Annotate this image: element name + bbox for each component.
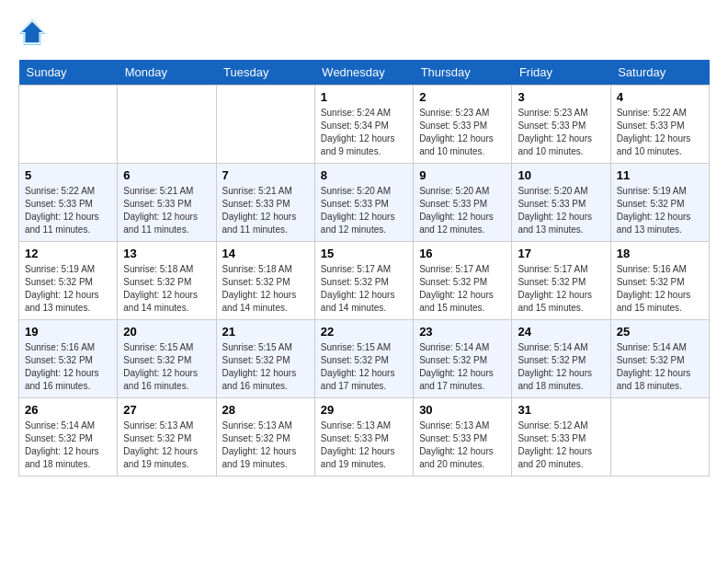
day-of-week-header: Friday: [512, 60, 610, 86]
calendar-cell: 3Sunrise: 5:23 AM Sunset: 5:33 PM Daylig…: [512, 86, 610, 164]
calendar-cell: 17Sunrise: 5:17 AM Sunset: 5:32 PM Dayli…: [512, 242, 610, 320]
day-number: 26: [25, 403, 111, 417]
day-number: 17: [518, 247, 604, 260]
day-info: Sunrise: 5:13 AM Sunset: 5:33 PM Dayligh…: [321, 419, 407, 471]
calendar-cell: 9Sunrise: 5:20 AM Sunset: 5:33 PM Daylig…: [414, 164, 512, 242]
day-info: Sunrise: 5:17 AM Sunset: 5:32 PM Dayligh…: [419, 263, 506, 315]
day-info: Sunrise: 5:21 AM Sunset: 5:33 PM Dayligh…: [222, 185, 309, 236]
calendar-header-row: SundayMondayTuesdayWednesdayThursdayFrid…: [19, 60, 710, 86]
calendar-cell: 22Sunrise: 5:15 AM Sunset: 5:32 PM Dayli…: [314, 320, 413, 398]
day-info: Sunrise: 5:13 AM Sunset: 5:33 PM Dayligh…: [419, 419, 506, 471]
day-number: 25: [617, 325, 703, 339]
day-info: Sunrise: 5:20 AM Sunset: 5:33 PM Dayligh…: [321, 185, 407, 236]
day-number: 19: [25, 325, 111, 339]
calendar-cell: 26Sunrise: 5:14 AM Sunset: 5:32 PM Dayli…: [19, 398, 118, 477]
day-info: Sunrise: 5:18 AM Sunset: 5:32 PM Dayligh…: [222, 263, 309, 315]
calendar-cell: 11Sunrise: 5:19 AM Sunset: 5:32 PM Dayli…: [610, 164, 709, 242]
day-number: 20: [123, 325, 210, 339]
calendar-cell: 4Sunrise: 5:22 AM Sunset: 5:33 PM Daylig…: [610, 86, 709, 164]
calendar-cell: 29Sunrise: 5:13 AM Sunset: 5:33 PM Dayli…: [314, 398, 413, 477]
calendar-cell: 18Sunrise: 5:16 AM Sunset: 5:32 PM Dayli…: [610, 242, 709, 320]
day-info: Sunrise: 5:21 AM Sunset: 5:33 PM Dayligh…: [123, 185, 210, 236]
calendar-cell: 2Sunrise: 5:23 AM Sunset: 5:33 PM Daylig…: [414, 86, 512, 164]
day-info: Sunrise: 5:19 AM Sunset: 5:32 PM Dayligh…: [25, 263, 111, 315]
day-info: Sunrise: 5:24 AM Sunset: 5:34 PM Dayligh…: [321, 107, 407, 158]
day-number: 24: [518, 325, 604, 339]
day-number: 7: [222, 168, 309, 182]
calendar-cell: 6Sunrise: 5:21 AM Sunset: 5:33 PM Daylig…: [118, 164, 216, 242]
day-number: 4: [617, 90, 703, 104]
calendar-week-row: 12Sunrise: 5:19 AM Sunset: 5:32 PM Dayli…: [19, 242, 710, 320]
calendar-cell: 27Sunrise: 5:13 AM Sunset: 5:32 PM Dayli…: [118, 398, 216, 477]
calendar-cell: [216, 86, 314, 164]
day-of-week-header: Thursday: [414, 60, 512, 86]
calendar-cell: 20Sunrise: 5:15 AM Sunset: 5:32 PM Dayli…: [118, 320, 216, 398]
day-number: 22: [321, 325, 407, 339]
day-number: 18: [617, 247, 703, 260]
day-number: 6: [123, 168, 210, 182]
logo: [18, 18, 50, 46]
calendar-week-row: 26Sunrise: 5:14 AM Sunset: 5:32 PM Dayli…: [19, 398, 710, 477]
day-number: 15: [321, 247, 407, 260]
day-number: 9: [419, 168, 506, 182]
day-of-week-header: Sunday: [19, 60, 118, 86]
day-info: Sunrise: 5:13 AM Sunset: 5:32 PM Dayligh…: [123, 419, 210, 471]
day-of-week-header: Tuesday: [216, 60, 314, 86]
calendar-cell: 12Sunrise: 5:19 AM Sunset: 5:32 PM Dayli…: [19, 242, 118, 320]
day-info: Sunrise: 5:16 AM Sunset: 5:32 PM Dayligh…: [25, 341, 111, 393]
calendar-cell: 16Sunrise: 5:17 AM Sunset: 5:32 PM Dayli…: [414, 242, 512, 320]
day-number: 27: [123, 403, 210, 417]
day-number: 11: [617, 168, 703, 182]
day-number: 14: [222, 247, 309, 260]
day-number: 8: [321, 168, 407, 182]
calendar-cell: 19Sunrise: 5:16 AM Sunset: 5:32 PM Dayli…: [19, 320, 118, 398]
page-header: [18, 18, 710, 46]
day-number: 2: [419, 90, 506, 104]
calendar-cell: 24Sunrise: 5:14 AM Sunset: 5:32 PM Dayli…: [512, 320, 610, 398]
svg-marker-0: [22, 22, 43, 43]
day-number: 21: [222, 325, 309, 339]
calendar-cell: 30Sunrise: 5:13 AM Sunset: 5:33 PM Dayli…: [414, 398, 512, 477]
calendar-cell: 21Sunrise: 5:15 AM Sunset: 5:32 PM Dayli…: [216, 320, 314, 398]
calendar-cell: [610, 398, 709, 477]
calendar-cell: 5Sunrise: 5:22 AM Sunset: 5:33 PM Daylig…: [19, 164, 118, 242]
calendar-cell: 14Sunrise: 5:18 AM Sunset: 5:32 PM Dayli…: [216, 242, 314, 320]
day-info: Sunrise: 5:23 AM Sunset: 5:33 PM Dayligh…: [518, 107, 604, 158]
day-number: 10: [518, 168, 604, 182]
day-info: Sunrise: 5:20 AM Sunset: 5:33 PM Dayligh…: [419, 185, 506, 236]
day-of-week-header: Wednesday: [314, 60, 413, 86]
calendar-cell: 25Sunrise: 5:14 AM Sunset: 5:32 PM Dayli…: [610, 320, 709, 398]
calendar-cell: 13Sunrise: 5:18 AM Sunset: 5:32 PM Dayli…: [118, 242, 216, 320]
day-info: Sunrise: 5:14 AM Sunset: 5:32 PM Dayligh…: [419, 341, 506, 393]
day-info: Sunrise: 5:14 AM Sunset: 5:32 PM Dayligh…: [518, 341, 604, 393]
day-number: 30: [419, 403, 506, 417]
day-info: Sunrise: 5:17 AM Sunset: 5:32 PM Dayligh…: [518, 263, 604, 315]
day-number: 28: [222, 403, 309, 417]
day-info: Sunrise: 5:19 AM Sunset: 5:32 PM Dayligh…: [617, 185, 703, 236]
day-info: Sunrise: 5:17 AM Sunset: 5:32 PM Dayligh…: [321, 263, 407, 315]
calendar-cell: 15Sunrise: 5:17 AM Sunset: 5:32 PM Dayli…: [314, 242, 413, 320]
day-info: Sunrise: 5:22 AM Sunset: 5:33 PM Dayligh…: [25, 185, 111, 236]
calendar-cell: 8Sunrise: 5:20 AM Sunset: 5:33 PM Daylig…: [314, 164, 413, 242]
day-info: Sunrise: 5:14 AM Sunset: 5:32 PM Dayligh…: [25, 419, 111, 471]
day-info: Sunrise: 5:14 AM Sunset: 5:32 PM Dayligh…: [617, 341, 703, 393]
day-info: Sunrise: 5:15 AM Sunset: 5:32 PM Dayligh…: [123, 341, 210, 393]
calendar-cell: 23Sunrise: 5:14 AM Sunset: 5:32 PM Dayli…: [414, 320, 512, 398]
logo-icon: [18, 18, 46, 46]
calendar-cell: [118, 86, 216, 164]
calendar-table: SundayMondayTuesdayWednesdayThursdayFrid…: [18, 60, 710, 477]
calendar-week-row: 19Sunrise: 5:16 AM Sunset: 5:32 PM Dayli…: [19, 320, 710, 398]
day-number: 31: [518, 403, 604, 417]
day-number: 5: [25, 168, 111, 182]
day-info: Sunrise: 5:18 AM Sunset: 5:32 PM Dayligh…: [123, 263, 210, 315]
day-of-week-header: Monday: [118, 60, 216, 86]
calendar-week-row: 1Sunrise: 5:24 AM Sunset: 5:34 PM Daylig…: [19, 86, 710, 164]
day-number: 29: [321, 403, 407, 417]
day-number: 16: [419, 247, 506, 260]
calendar-cell: 28Sunrise: 5:13 AM Sunset: 5:32 PM Dayli…: [216, 398, 314, 477]
calendar-cell: 31Sunrise: 5:12 AM Sunset: 5:33 PM Dayli…: [512, 398, 610, 477]
day-number: 3: [518, 90, 604, 104]
day-info: Sunrise: 5:15 AM Sunset: 5:32 PM Dayligh…: [222, 341, 309, 393]
day-info: Sunrise: 5:13 AM Sunset: 5:32 PM Dayligh…: [222, 419, 309, 471]
day-info: Sunrise: 5:16 AM Sunset: 5:32 PM Dayligh…: [617, 263, 703, 315]
